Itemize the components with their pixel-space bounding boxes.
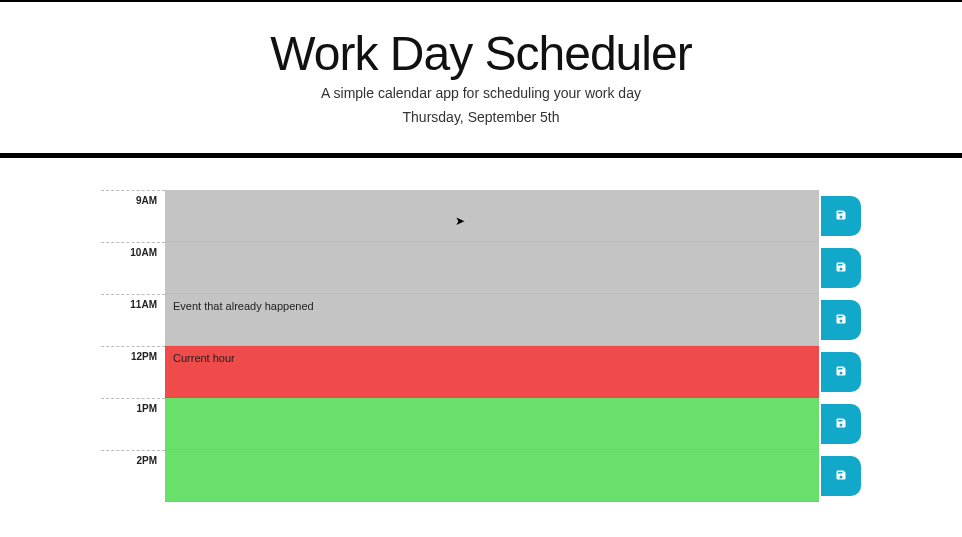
event-input-9am[interactable] <box>165 190 819 242</box>
hour-label: 1PM <box>101 398 165 450</box>
schedule-container: 9AM 10AM 11AM 12PM <box>101 190 861 502</box>
time-block: 2PM <box>101 450 861 502</box>
hour-label: 9AM <box>101 190 165 242</box>
event-input-1pm[interactable] <box>165 398 819 450</box>
save-icon <box>835 261 847 276</box>
time-block: 10AM <box>101 242 861 294</box>
current-date: Thursday, September 5th <box>0 109 962 125</box>
hour-label: 11AM <box>101 294 165 346</box>
time-block: 11AM <box>101 294 861 346</box>
save-icon <box>835 417 847 432</box>
time-block: 1PM <box>101 398 861 450</box>
save-icon <box>835 209 847 224</box>
time-block: 12PM <box>101 346 861 398</box>
page-subtitle: A simple calendar app for scheduling you… <box>0 85 962 101</box>
page-title: Work Day Scheduler <box>0 26 962 81</box>
event-input-2pm[interactable] <box>165 450 819 502</box>
save-button-1pm[interactable] <box>821 404 861 444</box>
save-button-9am[interactable] <box>821 196 861 236</box>
event-input-12pm[interactable] <box>165 346 819 398</box>
save-icon <box>835 313 847 328</box>
header: Work Day Scheduler A simple calendar app… <box>0 2 962 158</box>
save-button-10am[interactable] <box>821 248 861 288</box>
save-button-11am[interactable] <box>821 300 861 340</box>
hour-label: 10AM <box>101 242 165 294</box>
save-button-2pm[interactable] <box>821 456 861 496</box>
time-block: 9AM <box>101 190 861 242</box>
event-input-11am[interactable] <box>165 294 819 346</box>
save-icon <box>835 365 847 380</box>
hour-label: 2PM <box>101 450 165 502</box>
hour-label: 12PM <box>101 346 165 398</box>
event-input-10am[interactable] <box>165 242 819 294</box>
save-button-12pm[interactable] <box>821 352 861 392</box>
save-icon <box>835 469 847 484</box>
